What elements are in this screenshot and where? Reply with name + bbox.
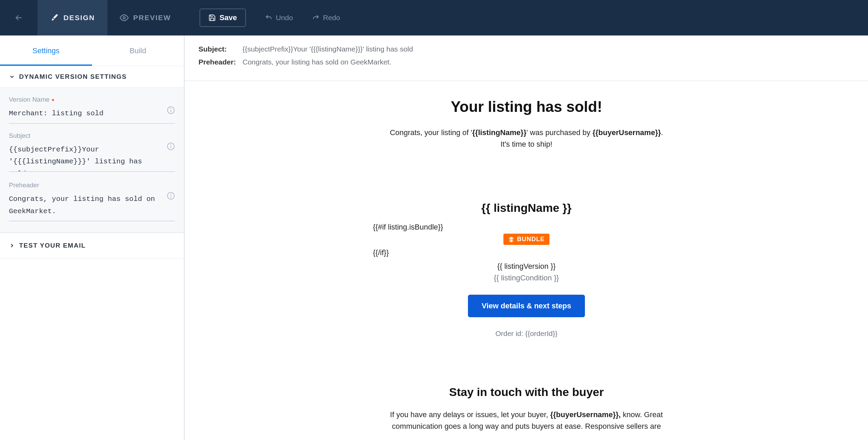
undo-icon: [265, 14, 273, 21]
section-label: Test Your Email: [19, 242, 86, 249]
save-button[interactable]: Save: [200, 9, 246, 27]
svg-point-6: [171, 145, 171, 145]
version-name-label: Version Name: [9, 96, 49, 103]
section-label: Dynamic Version Settings: [19, 73, 127, 80]
arrow-left-icon: [14, 13, 24, 23]
chevron-down-icon: [9, 74, 15, 80]
redo-label: Redo: [323, 14, 340, 22]
undo-button[interactable]: Undo: [265, 14, 293, 22]
sidebar-tabs: Settings Build: [0, 35, 184, 66]
email-body[interactable]: Your listing has sold! Congrats, your li…: [366, 81, 687, 440]
email-meta: Subject: {{subjectPrefix}}Your '{{{listi…: [185, 35, 868, 80]
listing-name-heading: {{ listingName }}: [373, 201, 680, 215]
tab-preview[interactable]: Preview: [107, 0, 183, 35]
subject-label: Subject: [9, 132, 30, 140]
bundle-badge-row: BUNDLE: [373, 234, 680, 248]
tab-design[interactable]: Design: [38, 0, 107, 35]
info-icon[interactable]: [167, 142, 175, 150]
meta-subject-label: Subject:: [198, 45, 238, 53]
stay-in-touch-paragraph: If you have any delays or issues, let yo…: [373, 409, 680, 432]
meta-preheader-label: Preheader:: [198, 58, 238, 66]
preheader-label: Preheader: [9, 181, 39, 189]
chevron-right-icon: [9, 243, 15, 249]
tab-build[interactable]: Build: [92, 35, 184, 66]
eye-icon: [120, 13, 129, 22]
meta-subject-value[interactable]: {{subjectPrefix}}Your '{{{listingName}}}…: [242, 45, 413, 53]
info-icon[interactable]: [167, 106, 175, 114]
save-icon: [208, 14, 216, 21]
tab-design-label: Design: [63, 14, 95, 22]
save-label: Save: [219, 13, 237, 22]
brush-icon: [50, 13, 59, 22]
canvas: Subject: {{subjectPrefix}}Your '{{{listi…: [185, 35, 868, 440]
handlebars-if-close: {{/if}}: [373, 248, 680, 257]
view-details-button[interactable]: View details & next steps: [468, 295, 585, 317]
order-id: Order id: {{orderId}}: [373, 329, 680, 338]
section-dynamic-version-settings[interactable]: Dynamic Version Settings: [0, 66, 184, 87]
stay-in-touch-heading: Stay in touch with the buyer: [373, 385, 680, 399]
redo-icon: [312, 14, 320, 21]
email-lead: Congrats, your listing of '{{listingName…: [373, 127, 680, 150]
svg-point-0: [123, 17, 125, 19]
handlebars-if-open: {{#if listing.isBundle}}: [373, 223, 680, 232]
info-icon[interactable]: [167, 192, 175, 200]
back-button[interactable]: [0, 0, 38, 35]
form-block: Version Name● Subject {{subjectPrefix}}Y…: [0, 87, 184, 233]
meta-preheader-value[interactable]: Congrats, your listing has sold on GeekM…: [242, 58, 392, 66]
section-test-your-email[interactable]: Test Your Email: [0, 233, 184, 259]
tab-preview-label: Preview: [133, 14, 171, 22]
tab-settings-label: Settings: [32, 46, 60, 55]
svg-point-9: [171, 194, 171, 194]
bundle-badge: BUNDLE: [503, 234, 549, 245]
tab-build-label: Build: [130, 46, 146, 55]
tab-settings[interactable]: Settings: [0, 35, 92, 66]
listing-version: {{ listingVersion }}: [373, 262, 680, 271]
version-name-input[interactable]: [9, 105, 175, 124]
subject-input[interactable]: {{subjectPrefix}}Your '{{{listingName}}}…: [9, 142, 175, 172]
svg-point-3: [171, 108, 171, 109]
field-preheader: Preheader Congrats, your listing has sol…: [9, 181, 175, 223]
email-heading: Your listing has sold!: [373, 98, 680, 115]
sidebar: Settings Build Dynamic Version Settings …: [0, 35, 185, 440]
listing-condition: {{ listingCondition }}: [373, 274, 680, 282]
layers-icon: [508, 236, 514, 243]
required-indicator: ●: [52, 97, 54, 102]
field-version-name: Version Name●: [9, 96, 175, 124]
preheader-input[interactable]: Congrats, your listing has sold on GeekM…: [9, 191, 175, 221]
top-toolbar: Design Preview Save Undo Redo: [0, 0, 868, 35]
undo-label: Undo: [276, 14, 293, 22]
redo-button[interactable]: Redo: [312, 14, 340, 22]
field-subject: Subject {{subjectPrefix}}Your '{{{listin…: [9, 132, 175, 173]
